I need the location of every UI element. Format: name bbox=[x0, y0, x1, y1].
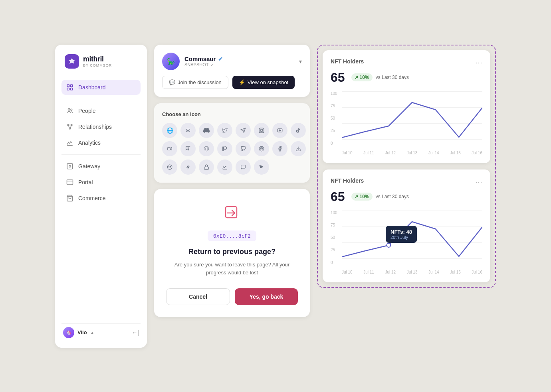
svg-point-26 bbox=[170, 166, 170, 167]
analytics-icon bbox=[66, 139, 73, 146]
sidebar-label-people: People bbox=[78, 108, 96, 114]
community-details: Commsaur ✔ SNAPSHOT ↗ bbox=[184, 55, 223, 67]
svg-point-5 bbox=[71, 109, 72, 110]
logo-text: mithril BY COMMSOR bbox=[83, 55, 112, 67]
svg-point-4 bbox=[68, 108, 70, 110]
app-container: mithril BY COMMSOR Dashboard People bbox=[39, 29, 512, 364]
commerce-icon bbox=[66, 195, 73, 202]
join-discussion-button[interactable]: 💬 Join the discussion bbox=[162, 76, 228, 89]
icon-lens[interactable] bbox=[162, 160, 177, 175]
y-labels-2: 100 75 50 25 0 bbox=[331, 211, 337, 265]
sidebar-item-gateway[interactable]: Gateway bbox=[61, 159, 141, 174]
chart-meta-2: 65 ↗ 10% vs Last 30 days bbox=[331, 189, 482, 204]
icon-bubble[interactable] bbox=[236, 160, 251, 175]
svg-rect-11 bbox=[67, 180, 73, 185]
chart-card-1: NFT Holders ⋯ 65 ↗ 10% vs Last 30 days 1… bbox=[323, 50, 490, 163]
icon-email[interactable]: ✉ bbox=[180, 123, 196, 138]
icon-download[interactable] bbox=[291, 141, 306, 156]
community-avatar: 🦕 bbox=[162, 53, 180, 70]
chart-plot-1 bbox=[342, 91, 482, 146]
icon-youtube[interactable] bbox=[272, 123, 287, 138]
chart-area-1: 100 75 50 25 0 Jul 10 Jul 11 bbox=[331, 91, 482, 155]
user-menu-chevron[interactable]: ▲ bbox=[90, 330, 95, 335]
svg-rect-2 bbox=[67, 88, 69, 90]
icon-twitter[interactable] bbox=[217, 123, 232, 138]
svg-point-10 bbox=[69, 165, 71, 167]
svg-rect-9 bbox=[67, 163, 73, 169]
sidebar-item-portal[interactable]: Portal bbox=[61, 175, 141, 190]
community-name: Commsaur ✔ bbox=[184, 55, 223, 62]
logo: mithril BY COMMSOR bbox=[61, 54, 141, 69]
community-header: 🦕 Commsaur ✔ SNAPSHOT ↗ ▾ bbox=[162, 53, 302, 70]
community-info: 🦕 Commsaur ✔ SNAPSHOT ↗ bbox=[162, 53, 223, 70]
chart-title-1: NFT Holders bbox=[331, 58, 364, 65]
svg-point-8 bbox=[69, 128, 71, 129]
icon-github[interactable] bbox=[236, 141, 251, 156]
sidebar-item-dashboard[interactable]: Dashboard bbox=[61, 80, 141, 95]
sidebar-label-commerce: Commerce bbox=[78, 195, 105, 201]
app-name: mithril bbox=[83, 55, 112, 63]
svg-rect-0 bbox=[67, 85, 69, 87]
icon-spotify[interactable] bbox=[254, 141, 269, 156]
chart-value-1: 65 bbox=[331, 70, 345, 85]
icon-tiktok[interactable] bbox=[291, 123, 306, 138]
user-info: 🦄 Vilo ▲ bbox=[63, 327, 95, 338]
icon-patreon[interactable] bbox=[217, 141, 232, 156]
chart-more-1[interactable]: ⋯ bbox=[475, 58, 482, 67]
icon-reddit[interactable] bbox=[199, 141, 214, 156]
modal-actions: Cancel Yes, go back bbox=[166, 288, 298, 305]
icon-instagram[interactable] bbox=[254, 123, 269, 138]
svg-rect-28 bbox=[226, 207, 237, 218]
svg-point-29 bbox=[386, 243, 390, 247]
cancel-button[interactable]: Cancel bbox=[166, 288, 230, 305]
back-arrow-icon[interactable]: ←| bbox=[132, 329, 139, 336]
svg-point-18 bbox=[204, 146, 209, 151]
icon-facebook[interactable] bbox=[272, 141, 287, 156]
dashboard-icon bbox=[66, 84, 73, 91]
right-panel: NFT Holders ⋯ 65 ↗ 10% vs Last 30 days 1… bbox=[317, 45, 496, 288]
relationships-icon bbox=[66, 123, 73, 130]
view-snapshot-button[interactable]: ⚡ View on snapshot bbox=[232, 76, 295, 89]
chart-card-2: NFT Holders ⋯ 65 ↗ 10% vs Last 30 days 1… bbox=[323, 169, 490, 282]
icon-twitch[interactable] bbox=[180, 141, 196, 156]
svg-rect-22 bbox=[223, 146, 224, 151]
chart-more-2[interactable]: ⋯ bbox=[475, 177, 482, 186]
modal-description: Are you sure you want to leave this page… bbox=[166, 261, 298, 278]
svg-rect-27 bbox=[204, 167, 209, 169]
sidebar-item-people[interactable]: People bbox=[61, 103, 141, 118]
icon-lock[interactable] bbox=[199, 160, 214, 175]
middle-panel: 🦕 Commsaur ✔ SNAPSHOT ↗ ▾ bbox=[154, 45, 310, 317]
avatar: 🦄 bbox=[63, 327, 74, 338]
icon-flash[interactable] bbox=[180, 160, 196, 175]
icon-chart[interactable] bbox=[217, 160, 232, 175]
sidebar-item-commerce[interactable]: Commerce bbox=[61, 191, 141, 206]
sidebar-item-analytics[interactable]: Analytics bbox=[61, 135, 141, 150]
community-sub: SNAPSHOT ↗ bbox=[184, 62, 223, 67]
chart-vs-2: vs Last 30 days bbox=[376, 194, 409, 199]
chart-title-2: NFT Holders bbox=[331, 177, 364, 184]
icon-discord[interactable] bbox=[199, 123, 214, 138]
modal-title: Return to previous page? bbox=[166, 248, 298, 256]
go-back-button[interactable]: Yes, go back bbox=[235, 288, 298, 305]
community-menu-chevron[interactable]: ▾ bbox=[299, 58, 302, 65]
arrow-up-icon-2: ↗ bbox=[355, 194, 358, 199]
tooltip-value: NFTs: 48 bbox=[390, 229, 412, 235]
icon-zoom[interactable] bbox=[162, 141, 177, 156]
icon-globe[interactable]: 🌐 bbox=[162, 123, 177, 138]
chart-value-2: 65 bbox=[331, 189, 345, 204]
icon-telegram[interactable] bbox=[236, 123, 251, 138]
modal-icon bbox=[166, 205, 298, 224]
svg-point-7 bbox=[71, 124, 72, 126]
svg-rect-3 bbox=[71, 88, 73, 90]
action-buttons: 💬 Join the discussion ⚡ View on snapshot bbox=[162, 76, 302, 89]
sidebar-footer: 🦄 Vilo ▲ ←| bbox=[61, 323, 141, 338]
sidebar-label-analytics: Analytics bbox=[78, 140, 101, 146]
svg-point-25 bbox=[169, 166, 169, 167]
verified-badge: ✔ bbox=[218, 56, 223, 62]
svg-point-24 bbox=[167, 165, 172, 169]
sidebar-label-relationships: Relationships bbox=[78, 124, 112, 130]
sidebar-item-relationships[interactable]: Relationships bbox=[61, 119, 141, 134]
user-name: Vilo bbox=[77, 329, 87, 335]
portal-icon bbox=[66, 179, 73, 186]
icon-pointer[interactable] bbox=[254, 160, 269, 175]
